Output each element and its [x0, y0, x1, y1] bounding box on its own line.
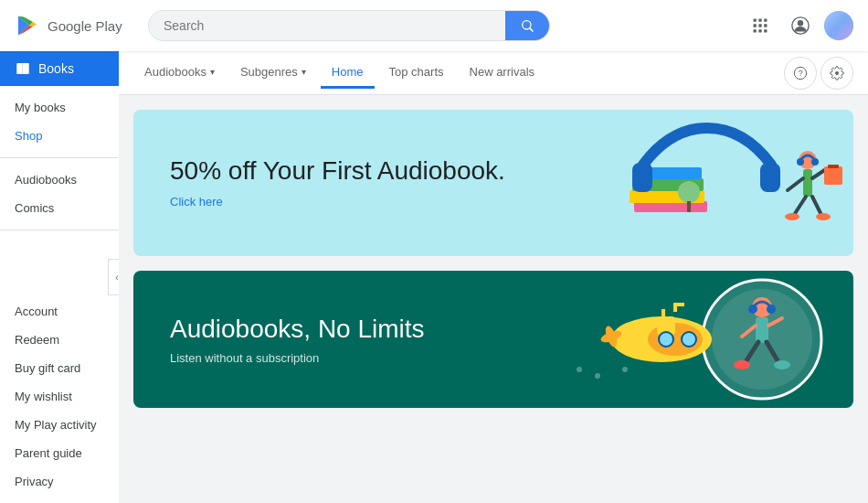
- svg-rect-10: [764, 29, 767, 32]
- svg-point-57: [622, 367, 628, 372]
- banner1-heading: 50% off Your First Audiobook.: [170, 156, 505, 186]
- banner2-heading: Audiobooks, No Limits: [170, 315, 425, 344]
- svg-rect-19: [632, 163, 652, 192]
- search-bar[interactable]: [148, 10, 550, 41]
- help-icon: ?: [793, 66, 808, 80]
- top-bar: Google Play: [0, 0, 868, 51]
- svg-rect-2: [754, 19, 757, 22]
- nav-new-arrivals[interactable]: New arrivals: [459, 58, 546, 89]
- apps-grid-icon: [751, 16, 769, 35]
- svg-point-41: [734, 360, 750, 369]
- sub-header: Audiobooks ▾ Subgenres ▾ Home Top charts…: [119, 51, 868, 95]
- svg-rect-33: [824, 166, 842, 185]
- svg-rect-59: [673, 303, 684, 306]
- svg-rect-7: [764, 24, 767, 27]
- sidebar-item-shop[interactable]: Shop: [0, 122, 119, 150]
- nav-audiobooks[interactable]: Audiobooks ▾: [133, 58, 226, 89]
- svg-point-56: [595, 373, 600, 379]
- svg-point-31: [797, 158, 804, 166]
- svg-point-21: [678, 181, 700, 203]
- svg-rect-6: [758, 24, 761, 27]
- svg-point-12: [798, 20, 803, 26]
- svg-rect-34: [828, 165, 839, 168]
- svg-point-27: [785, 213, 799, 220]
- banner-no-limits[interactable]: Audiobooks, No Limits Listen without a s…: [133, 271, 853, 408]
- banner1-cta[interactable]: Click here: [170, 195, 223, 209]
- sidebar-item-parent-guide[interactable]: Parent guide: [0, 439, 119, 467]
- nav-home[interactable]: Home: [321, 58, 375, 89]
- svg-point-46: [767, 305, 776, 314]
- svg-rect-22: [687, 201, 691, 212]
- settings-button[interactable]: [820, 57, 853, 90]
- banner2-text: Audiobooks, No Limits Listen without a s…: [170, 315, 425, 365]
- svg-rect-3: [758, 19, 761, 22]
- banner-discount[interactable]: 50% off Your First Audiobook. Click here: [133, 110, 853, 256]
- svg-line-29: [788, 178, 803, 190]
- banner2-svg: [506, 271, 835, 408]
- svg-rect-24: [803, 169, 812, 197]
- svg-line-26: [812, 197, 821, 215]
- google-play-logo: [15, 13, 40, 38]
- banner1-illustration: [488, 110, 853, 256]
- avatar-image: [824, 11, 853, 40]
- svg-rect-8: [754, 29, 757, 32]
- banner2-illustration: [488, 271, 853, 408]
- sidebar-item-buy-gift-card[interactable]: Buy gift card: [0, 354, 119, 382]
- books-label: Books: [38, 61, 74, 76]
- settings-icon: [830, 66, 844, 80]
- sidebar-collapse-button[interactable]: ‹: [108, 259, 119, 295]
- svg-point-53: [659, 332, 673, 347]
- svg-rect-9: [758, 29, 761, 32]
- sidebar-item-my-books[interactable]: My books: [0, 93, 119, 122]
- banner1-svg: [524, 110, 853, 256]
- svg-rect-38: [756, 317, 768, 343]
- help-button[interactable]: ?: [784, 57, 817, 90]
- account-circle-icon: [790, 16, 810, 36]
- svg-point-28: [816, 213, 831, 220]
- account-circle-button[interactable]: [784, 9, 817, 42]
- sidebar-item-my-play-activity[interactable]: My Play activity: [0, 411, 119, 439]
- subgenres-dropdown-arrow: ▾: [302, 67, 306, 77]
- svg-point-32: [811, 158, 819, 166]
- top-bar-right: [744, 9, 853, 42]
- search-button[interactable]: [505, 11, 549, 40]
- banner1-text: 50% off Your First Audiobook. Click here: [170, 156, 505, 209]
- svg-line-30: [812, 169, 826, 178]
- content-area: Books My books Shop Audiobooks Comics Ac…: [0, 51, 868, 503]
- svg-point-42: [774, 360, 790, 369]
- search-icon: [520, 18, 535, 33]
- svg-point-54: [682, 332, 696, 347]
- sidebar-item-redeem[interactable]: Redeem: [0, 326, 119, 354]
- sidebar-categories: Audiobooks Comics: [0, 158, 119, 230]
- svg-rect-4: [764, 19, 767, 22]
- sidebar-item-comics[interactable]: Comics: [0, 194, 119, 222]
- svg-rect-50: [662, 309, 665, 320]
- svg-rect-5: [754, 24, 757, 27]
- svg-point-45: [748, 305, 757, 314]
- sidebar-item-my-wishlist[interactable]: My wishlist: [0, 382, 119, 411]
- sidebar-item-account[interactable]: Account: [0, 297, 119, 326]
- svg-line-25: [794, 197, 806, 215]
- sub-header-right: ?: [784, 57, 853, 90]
- sidebar-main-nav: My books Shop: [0, 86, 119, 158]
- nav-subgenres[interactable]: Subgenres ▾: [229, 58, 317, 89]
- svg-text:?: ?: [798, 69, 802, 78]
- sidebar: Books My books Shop Audiobooks Comics Ac…: [0, 51, 119, 503]
- avatar[interactable]: [824, 11, 853, 40]
- svg-point-55: [577, 367, 582, 372]
- sidebar-item-privacy[interactable]: Privacy: [0, 467, 119, 496]
- main-content: 50% off Your First Audiobook. Click here: [119, 95, 868, 503]
- sidebar-item-audiobooks[interactable]: Audiobooks: [0, 166, 119, 194]
- svg-rect-20: [760, 163, 780, 192]
- main-wrapper: Audiobooks ▾ Subgenres ▾ Home Top charts…: [119, 51, 868, 503]
- nav-top-charts[interactable]: Top charts: [378, 58, 455, 89]
- book-icon: [15, 60, 31, 77]
- search-input[interactable]: [149, 11, 505, 40]
- svg-line-1: [530, 28, 533, 31]
- sidebar-bottom: Account Redeem Buy gift card My wishlist…: [0, 290, 119, 503]
- banner2-subtitle: Listen without a subscription: [170, 351, 425, 365]
- logo-area: Google Play: [15, 13, 133, 38]
- google-play-text: Google Play: [48, 18, 122, 34]
- apps-button[interactable]: [744, 9, 777, 42]
- books-header[interactable]: Books: [0, 51, 119, 86]
